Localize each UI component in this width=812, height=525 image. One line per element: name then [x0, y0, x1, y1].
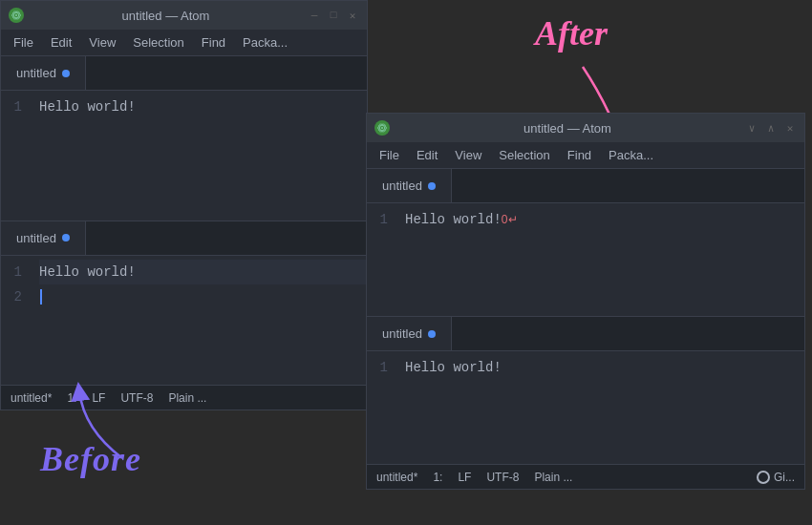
status-grammar-after: Plain ... — [534, 471, 572, 484]
atom-icon-after — [374, 120, 390, 136]
git-circle-icon — [757, 471, 770, 484]
menu-edit-before[interactable]: Edit — [44, 33, 78, 52]
window-title-before: untitled — Atom — [24, 9, 308, 23]
cursor-before — [40, 289, 42, 304]
top-editor-after[interactable]: 1 Hello world!0↵ — [367, 203, 804, 316]
code-line-1-top-after: Hello world!0↵ — [405, 207, 804, 232]
tab-modified-dot-bottom-after — [428, 330, 436, 338]
status-grammar-before: Plain ... — [168, 391, 206, 405]
tab-modified-dot-top-before — [62, 70, 70, 77]
titlebar-after: untitled — Atom ∨ ∧ ✕ — [367, 114, 804, 142]
status-position-after: 1: — [433, 471, 442, 484]
status-position-before: 1: — [67, 391, 76, 405]
bottom-tab-label-before: untitled — [16, 231, 56, 245]
status-git-after: Gi... — [774, 471, 795, 484]
bottom-editor-before[interactable]: 1 2 Hello world! — [1, 256, 367, 386]
titlebar-controls-after: ∨ ∧ ✕ — [745, 122, 797, 135]
top-panel-before: untitled 1 Hello world! — [1, 56, 367, 220]
status-encoding-after: UTF-8 — [486, 471, 519, 484]
menubar-after: File Edit View Selection Find Packa... — [367, 142, 804, 169]
bottom-panel-after: untitled 1 Hello world! — [367, 317, 804, 464]
status-filename-before: untitled* — [11, 391, 52, 405]
top-tabbar-after: untitled — [367, 169, 804, 203]
status-lineending-before: LF — [92, 391, 105, 405]
menu-view-after[interactable]: View — [448, 146, 488, 164]
top-line-numbers-after: 1 — [367, 207, 405, 312]
bottom-line-numbers-after: 1 — [367, 355, 405, 460]
menu-find-after[interactable]: Find — [561, 146, 598, 164]
line-num-2-bot-before: 2 — [1, 284, 30, 309]
close-btn-before[interactable]: ✕ — [346, 10, 359, 22]
bottom-line-numbers-before: 1 2 — [1, 260, 39, 382]
statusbar-after: untitled* 1: LF UTF-8 Plain ... Gi... — [367, 464, 804, 489]
top-code-before[interactable]: Hello world! — [39, 94, 367, 217]
bottom-tab-before[interactable]: untitled — [1, 221, 86, 255]
menu-edit-after[interactable]: Edit — [410, 146, 444, 164]
before-window: untitled — Atom — □ ✕ File Edit View Sel… — [0, 0, 368, 410]
bottom-tab-after[interactable]: untitled — [367, 317, 452, 350]
titlebar-controls-before: — □ ✕ — [308, 10, 359, 22]
top-tab-label-before: untitled — [16, 66, 56, 80]
top-line-numbers-before: 1 — [1, 94, 39, 217]
menu-packages-before[interactable]: Packa... — [236, 33, 294, 52]
top-tabbar-before: untitled — [1, 56, 367, 91]
top-tab-before[interactable]: untitled — [1, 56, 86, 90]
before-label: Before — [40, 439, 141, 479]
code-line-1-bot-before: Hello world! — [39, 260, 367, 284]
svg-point-7 — [381, 127, 383, 129]
menubar-before: File Edit View Selection Find Packa... — [1, 30, 367, 56]
menu-file-after[interactable]: File — [373, 146, 406, 164]
top-tab-after[interactable]: untitled — [367, 169, 452, 202]
menu-packages-after[interactable]: Packa... — [602, 146, 660, 164]
code-line-2-bot-before — [39, 284, 367, 309]
status-lineending-after: LF — [458, 471, 471, 484]
top-tab-label-after: untitled — [382, 178, 422, 193]
top-editor-before[interactable]: 1 Hello world! — [1, 91, 367, 220]
line-num-1-top-before: 1 — [1, 94, 30, 119]
git-icon-after: Gi... — [757, 471, 795, 484]
status-filename-after: untitled* — [376, 471, 417, 484]
maximize-btn-before[interactable]: □ — [327, 10, 340, 21]
bottom-panel-before: untitled 1 2 Hello world! — [1, 221, 367, 386]
bottom-tabbar-after: untitled — [367, 317, 804, 351]
bottom-code-before[interactable]: Hello world! — [39, 260, 367, 382]
maximize-btn-after[interactable]: ∧ — [764, 122, 778, 135]
close-btn-after[interactable]: ✕ — [783, 122, 797, 135]
line-num-1-bot-after: 1 — [367, 355, 395, 380]
code-line-1-top-before: Hello world! — [39, 94, 367, 119]
titlebar-before: untitled — Atom — □ ✕ — [1, 1, 367, 30]
line-num-1-bot-before: 1 — [1, 260, 30, 284]
bottom-tabbar-before: untitled — [1, 221, 367, 256]
top-code-after[interactable]: Hello world!0↵ — [405, 207, 804, 312]
bottom-editor-after[interactable]: 1 Hello world! — [367, 351, 804, 464]
tab-modified-dot-bottom-before — [62, 234, 70, 242]
menu-find-before[interactable]: Find — [195, 33, 232, 52]
bottom-tab-label-after: untitled — [382, 326, 422, 341]
menu-selection-before[interactable]: Selection — [126, 33, 190, 52]
menu-view-before[interactable]: View — [82, 33, 122, 52]
bottom-code-after[interactable]: Hello world! — [405, 355, 804, 460]
menu-selection-after[interactable]: Selection — [492, 146, 556, 164]
red-cursor-after: 0↵ — [502, 213, 518, 226]
atom-icon-before — [9, 8, 24, 23]
line-num-1-top-after: 1 — [367, 207, 395, 232]
window-title-after: untitled — Atom — [390, 121, 745, 136]
svg-point-3 — [15, 14, 17, 16]
statusbar-before: untitled* 1: LF UTF-8 Plain ... — [1, 385, 367, 410]
code-line-1-bot-after: Hello world! — [405, 355, 804, 380]
menu-file-before[interactable]: File — [7, 33, 40, 52]
top-panel-after: untitled 1 Hello world!0↵ — [367, 169, 804, 316]
minimize-btn-before[interactable]: — — [308, 10, 321, 21]
status-encoding-before: UTF-8 — [120, 391, 153, 405]
tab-modified-dot-top-after — [428, 182, 436, 190]
after-label: After — [535, 13, 608, 53]
after-window: untitled — Atom ∨ ∧ ✕ File Edit View Sel… — [366, 113, 805, 490]
minimize-btn-after[interactable]: ∨ — [745, 122, 759, 135]
